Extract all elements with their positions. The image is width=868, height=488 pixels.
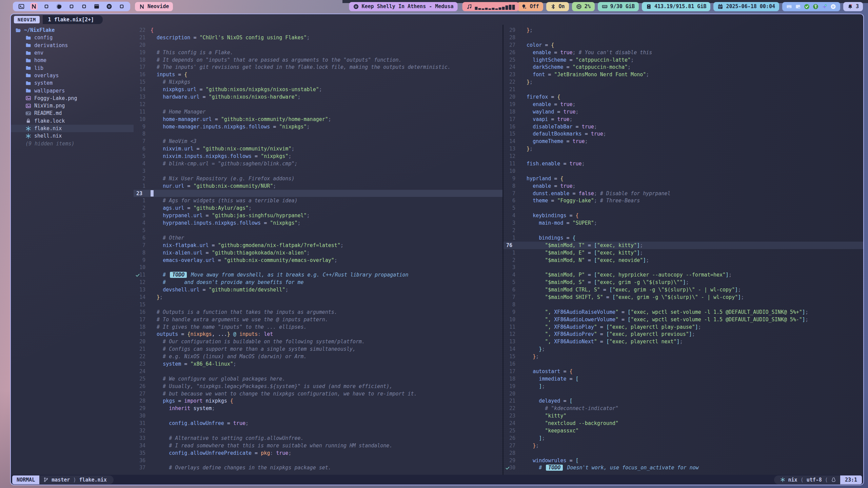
idle-module[interactable]: Off (517, 2, 543, 11)
screenshot-icon[interactable] (795, 4, 801, 9)
workspace-firefox[interactable] (55, 3, 63, 10)
code-line: 7 dunst.enable = false; # Disable for hy… (504, 190, 863, 197)
editor-pane-left[interactable]: 22{21 description = "ChUrl's NixOS confi… (134, 25, 502, 475)
code-text: enable = true; # You can't disable this (520, 49, 863, 56)
code-text: # Nixpkgs (151, 79, 502, 85)
buffer-tab[interactable]: 1 flake.nix[2+] (43, 15, 103, 24)
gutter: 9 (134, 124, 151, 130)
gutter: 4 (504, 272, 520, 278)
code-text: # Outputs is a function that takes the i… (151, 309, 502, 315)
editor-pane-right[interactable]: 29 };2827 color = {26 enable = true; # Y… (504, 25, 863, 475)
workspace-terminal[interactable] (18, 3, 25, 10)
gutter: 24 (504, 64, 520, 70)
keyboard-icon[interactable] (786, 4, 792, 9)
code-line: 1 nur.url = "github:nix-community/NUR"; (134, 182, 502, 190)
workspace-spotify[interactable] (105, 3, 113, 10)
disk-module[interactable]: 413.19/915.81 GiB (642, 2, 711, 11)
workspace-neovide[interactable] (30, 3, 38, 10)
code-line: 37 # Overlays define changes in the nixp… (134, 464, 502, 472)
tree-item-overlays[interactable]: overlays (11, 72, 134, 79)
line-number: 4 (504, 212, 520, 219)
code-line: 25 lightScheme = "catppuccin-latte"; (504, 56, 863, 64)
code-line: 5 nixvim.inputs.nixpkgs.follows = "nixpk… (134, 152, 502, 160)
sync-icon[interactable] (822, 4, 827, 9)
code-line: 20 (504, 390, 863, 398)
code-line: 20 # Our configuration is buildable on t… (134, 338, 502, 345)
code-text: nixvim.inputs.nixpkgs.follows = "nixpkgs… (151, 153, 502, 159)
code-line: 6 theme = "Foggy-Lake"; # Three-Bears (504, 197, 863, 204)
tree-item-shell.nix[interactable]: shell.nix (11, 132, 134, 140)
gutter: 2 (504, 227, 520, 233)
tree-item-flake.nix[interactable]: flake.nix (11, 125, 134, 132)
gutter: 13 (134, 287, 151, 293)
workspace-empty-9[interactable] (118, 3, 125, 10)
workspace-window[interactable] (93, 3, 100, 10)
line-number: 31 (134, 420, 151, 426)
keepassxc-icon[interactable] (813, 4, 818, 9)
ram-icon (602, 4, 608, 9)
gutter: 4 (504, 212, 520, 219)
system-tray[interactable] (782, 2, 840, 11)
gutter: 19 (504, 101, 520, 107)
code-line: 21 description = "ChUrl's NixOS config u… (134, 34, 502, 41)
file-tree[interactable]: ~/NixFlakeconfigderivationsenvhomelibove… (11, 25, 134, 475)
code-line: 23 font = "JetBrainsMono Nerd Font Mono"… (504, 71, 863, 78)
spotify-icon (353, 4, 359, 9)
code-line: 19 # This config is a Flake. (134, 49, 502, 56)
tree-item-env[interactable]: env (11, 49, 134, 57)
workspace-empty-3[interactable] (43, 3, 50, 10)
notifications-pill[interactable]: 3 (843, 2, 863, 11)
tree-item-nixflake[interactable]: ~/NixFlake (11, 26, 134, 34)
line-number: 13 (134, 94, 151, 100)
bulb-icon (521, 4, 527, 9)
code-line: 14 gnomeTheme = true; (504, 138, 863, 145)
code-text: "kitty" (520, 413, 863, 419)
ram-module[interactable]: 9/30 GiB (598, 2, 639, 11)
gutter: 21 (134, 35, 151, 41)
workspace-empty-6[interactable] (80, 3, 88, 10)
line-number: 7 (504, 294, 520, 300)
tree-item-9hiddenitems[interactable]: (9 hidden items) (11, 140, 134, 147)
folder-icon (25, 58, 31, 63)
tree-item-system[interactable]: system (11, 79, 134, 87)
code-line: 4 hyprpanel.inputs.nixpkgs.follows = "ni… (134, 219, 502, 227)
media-title-pill[interactable]: Keep Shelly In Athens - Medusa (349, 2, 458, 11)
gutter: 11 (134, 272, 151, 278)
neovide-window: NEOVIM 1 flake.nix[2+] ~/NixFlakeconfigd… (10, 14, 864, 485)
code-line: 8 (134, 130, 502, 138)
spotify-light-icon[interactable] (830, 4, 836, 9)
line-number: 22 (504, 405, 520, 411)
code-text: # NeoVim <3 (151, 138, 502, 144)
active-window-pill[interactable]: Neovide (135, 2, 173, 11)
cpu-module[interactable]: 2% (572, 2, 595, 11)
code-text: # Ags for widgets (this was a terrible i… (151, 198, 502, 204)
bluetooth-module[interactable]: On (546, 2, 569, 11)
tree-item-nixvim.png[interactable]: NixVim.png (11, 102, 134, 109)
check-circle-icon[interactable] (804, 4, 810, 9)
visualizer-bar (502, 7, 505, 10)
tree-item-readme.md[interactable]: README.md (11, 109, 134, 117)
code-line: 31 config.allowUnfree = true; (134, 420, 502, 427)
workspace-empty-5[interactable] (68, 3, 75, 10)
gutter: 76 (504, 242, 520, 248)
tree-item-derivations[interactable]: derivations (11, 42, 134, 49)
visualizer-bar (492, 8, 494, 10)
tree-item-lib[interactable]: lib (11, 64, 134, 72)
line-number: 20 (134, 339, 151, 345)
top-bar: Neovide Keep Shelly In Athens - Medusa 8… (0, 0, 868, 13)
code-text: # "kdeconnect-indicator" (520, 405, 863, 411)
tree-item-wallpapers[interactable]: wallpapers (11, 87, 134, 94)
gutter: 16 (504, 124, 520, 130)
code-text: # Usually, "nixpkgs.legacyPackages.${sys… (151, 383, 502, 389)
code-line: 16 disableTabBar = true; (504, 123, 863, 130)
tree-item-config[interactable]: config (11, 34, 134, 41)
tree-item-flake.lock[interactable]: flake.lock (11, 117, 134, 125)
code-line: 23 "kitty" (504, 412, 863, 420)
git-branch-icon (43, 477, 48, 482)
line-number: 8 (504, 302, 520, 308)
tree-item-foggy-lake.png[interactable]: Foggy-Lake.png (11, 95, 134, 102)
tree-item-home[interactable]: home (11, 57, 134, 64)
code-line: 12 ", XF86AudioPrev" = ["exec, playerctl… (504, 331, 863, 338)
code-text: }; (520, 79, 863, 85)
clock-module[interactable]: 2025-06-18 00:04 (713, 2, 779, 11)
